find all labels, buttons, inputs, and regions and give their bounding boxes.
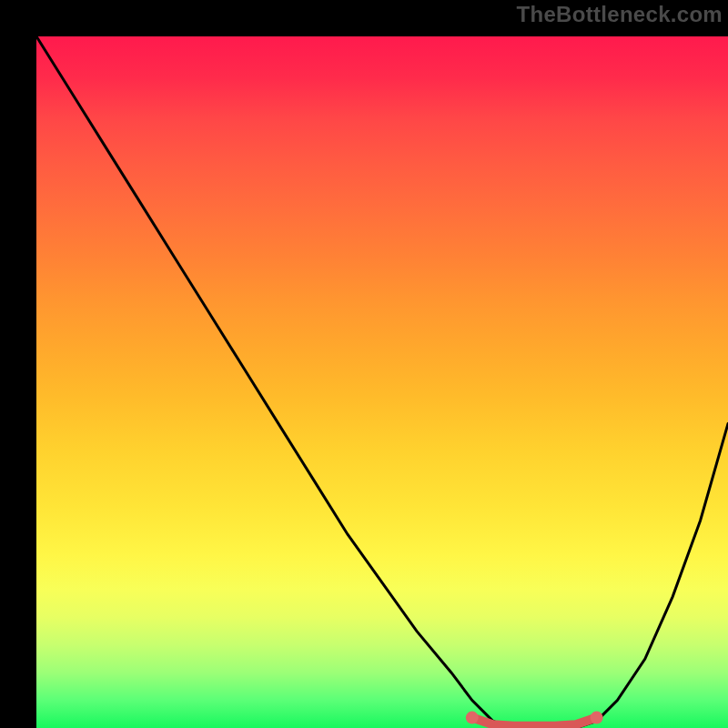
optimal-range-endpoint [466,712,479,724]
plot-area [36,36,728,728]
watermark-text: TheBottleneck.com [517,2,723,27]
bottleneck-curve-path [36,36,728,728]
bottleneck-curve-svg [36,36,728,728]
optimal-range-endpoint [591,712,603,724]
chart-frame [18,18,710,710]
